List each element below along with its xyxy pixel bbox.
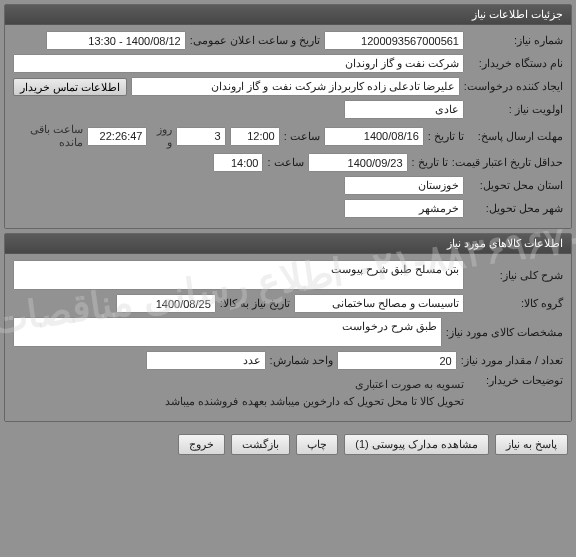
attachments-button[interactable]: مشاهده مدارک پیوستی (1): [344, 434, 489, 455]
time-label-1: ساعت :: [284, 130, 320, 143]
remain-suffix-text: ساعت باقی مانده: [13, 123, 83, 149]
buyer-note-line1: تسویه به صورت اعتباری: [13, 376, 464, 393]
announce-label: تاریخ و ساعت اعلان عمومی:: [190, 34, 320, 47]
min-valid-label: حداقل تاریخ اعتبار قیمت:: [452, 156, 563, 169]
qty-label: تعداد / مقدار مورد نیاز:: [461, 354, 563, 367]
need-details-panel: جزئیات اطلاعات نیاز شماره نیاز: تاریخ و …: [4, 4, 572, 229]
group-input[interactable]: [294, 294, 464, 313]
to-date-label-1: تا تاریخ :: [428, 130, 464, 143]
creator-input[interactable]: [131, 77, 460, 96]
desc-textarea[interactable]: [13, 260, 464, 290]
unit-label: واحد شمارش:: [270, 354, 333, 367]
buyer-note-label: توضیحات خریدار:: [468, 374, 563, 387]
unit-input[interactable]: [146, 351, 266, 370]
buyer-input[interactable]: [13, 54, 464, 73]
need-no-label: شماره نیاز:: [468, 34, 563, 47]
priority-input[interactable]: [344, 100, 464, 119]
buyer-label: نام دستگاه خریدار:: [468, 57, 563, 70]
time-label-2: ساعت :: [267, 156, 303, 169]
days-and-text: روز و: [151, 123, 171, 149]
desc-label: شرح کلی نیاز:: [468, 269, 563, 282]
need-details-header: جزئیات اطلاعات نیاز: [5, 5, 571, 25]
action-bar: پاسخ به نیاز مشاهده مدارک پیوستی (1) چاپ…: [0, 426, 576, 463]
contact-buyer-button[interactable]: اطلاعات تماس خریدار: [13, 78, 127, 96]
announce-input[interactable]: [46, 31, 186, 50]
need-no-input[interactable]: [324, 31, 464, 50]
deadline-time-input[interactable]: [230, 127, 280, 146]
qty-input[interactable]: [337, 351, 457, 370]
priority-label: اولویت نیاز :: [468, 103, 563, 116]
back-button[interactable]: بازگشت: [231, 434, 290, 455]
remain-time-input: [87, 127, 147, 146]
spec-textarea[interactable]: [13, 317, 442, 347]
need-date-label: تاریخ نیاز به کالا:: [220, 297, 290, 310]
buyer-note-line2: تحویل کالا تا محل تحویل که دارخوین میباش…: [13, 393, 464, 410]
valid-date-input[interactable]: [308, 153, 408, 172]
need-date-input[interactable]: [116, 294, 216, 313]
spec-label: مشخصات کالای مورد نیاز:: [446, 326, 563, 339]
creator-label: ایجاد کننده درخواست:: [464, 80, 563, 93]
respond-button[interactable]: پاسخ به نیاز: [495, 434, 568, 455]
to-date-label-2: تا تاریخ :: [412, 156, 448, 169]
deadline-label: مهلت ارسال پاسخ:: [468, 130, 563, 143]
province-input[interactable]: [344, 176, 464, 195]
exit-button[interactable]: خروج: [178, 434, 225, 455]
city-input[interactable]: [344, 199, 464, 218]
print-button[interactable]: چاپ: [296, 434, 338, 455]
province-label: استان محل تحویل:: [468, 179, 563, 192]
remain-days-input: [176, 127, 226, 146]
buyer-note-text: تسویه به صورت اعتباری تحویل کالا تا محل …: [13, 374, 464, 411]
valid-time-input[interactable]: [213, 153, 263, 172]
goods-info-panel: اطلاعات کالاهای مورد نیاز شرح کلی نیاز: …: [4, 233, 572, 422]
group-label: گروه کالا:: [468, 297, 563, 310]
deadline-date-input[interactable]: [324, 127, 424, 146]
goods-info-header: اطلاعات کالاهای مورد نیاز: [5, 234, 571, 254]
city-label: شهر محل تحویل:: [468, 202, 563, 215]
